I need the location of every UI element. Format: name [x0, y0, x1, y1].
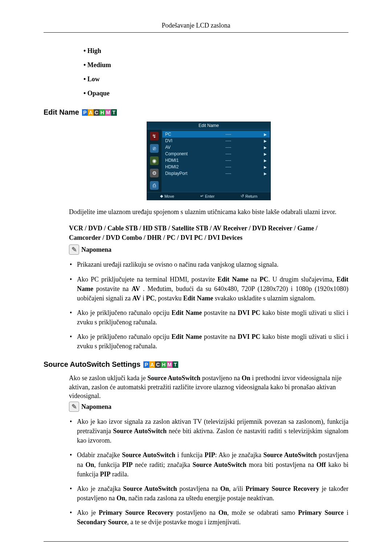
- options-list: High Medium Low Opaque: [69, 47, 348, 97]
- arrow-right-icon: ▶: [264, 139, 267, 143]
- osd-icon-column: ↯ ⎚ ◉ ⚙ ⎙: [147, 130, 162, 192]
- section-title: Edit Name: [44, 108, 79, 116]
- section-edit-name: Edit Name P A C H M T: [44, 108, 348, 116]
- note-item: Ako je značajka Source AutoSwitch postav…: [77, 484, 348, 503]
- note-icon: ✎: [69, 402, 79, 412]
- osd-row-label: HDMI1: [165, 158, 201, 163]
- osd-icon-1-icon: ↯: [150, 132, 159, 140]
- badge-p-icon: P: [82, 109, 88, 116]
- badge-h-icon: H: [99, 109, 105, 116]
- notes-list-1: Prikazani uređaji razlikuju se ovisno o …: [69, 260, 348, 351]
- osd-icon-5-icon: ⎙: [150, 181, 159, 190]
- note-item: Ako je priključeno računalo opciju Edit …: [77, 308, 348, 327]
- osd-list: PC----▶ DVI----▶ AV----▶ Component----▶ …: [162, 130, 270, 192]
- osd-icon-2-icon: ⎚: [150, 144, 159, 153]
- badge-m-icon: M: [105, 109, 111, 116]
- divider-bottom: [44, 541, 348, 542]
- note-item: Odabir značajke Source AutoSwitch i funk…: [77, 450, 348, 479]
- osd-row: HDMI2----▶: [164, 164, 268, 170]
- osd-row-label: Component: [165, 151, 201, 156]
- osd-foot-move-label: Move: [164, 194, 174, 198]
- note-item: Ako je kao izvor signala za zaslon aktiv…: [77, 417, 348, 445]
- badge-m-icon: M: [167, 361, 172, 368]
- pachmt-badge: P A C H M T: [82, 109, 117, 116]
- page-header: Podešavanje LCD zaslona: [44, 22, 348, 29]
- osd-row-label: DisplayPort: [165, 171, 201, 176]
- osd-row-value: ----: [225, 145, 240, 150]
- osd-foot-return: ↺ Return: [241, 194, 257, 198]
- osd-foot-enter-label: Enter: [205, 194, 215, 198]
- osd-title: Edit Name: [147, 122, 270, 130]
- osd-row-value: ----: [225, 138, 240, 143]
- option-medium: Medium: [83, 61, 348, 69]
- arrow-right-icon: ▶: [264, 165, 267, 169]
- osd-row: HDMI1----▶: [164, 157, 268, 164]
- arrow-right-icon: ▶: [264, 145, 267, 149]
- note-item: Ako PC priključujete na terminal HDMI, p…: [77, 275, 348, 303]
- osd-row-value: ----: [225, 132, 240, 137]
- option-low: Low: [83, 75, 348, 83]
- osd-screenshot: Edit Name ↯ ⎚ ◉ ⚙ ⎙ PC----▶ DVI----▶ AV-…: [147, 122, 271, 200]
- badge-p-icon: P: [143, 361, 149, 368]
- osd-icon-3-icon: ◉: [150, 156, 159, 165]
- badge-c-icon: C: [155, 361, 161, 368]
- note-heading-1: ✎ Napomena: [69, 245, 348, 255]
- osd-row: Component----▶: [164, 151, 268, 157]
- osd-row-label: AV: [165, 145, 201, 150]
- osd-foot-move: ◆ Move: [160, 194, 174, 198]
- pachmt-badge: P A C H M T: [143, 361, 178, 368]
- note-item: Ako je Primary Source Recovery postavlje…: [77, 508, 348, 527]
- arrow-right-icon: ▶: [264, 152, 267, 156]
- badge-c-icon: C: [94, 109, 99, 116]
- paragraph-sas: Ako se zaslon uključi kada je Source Aut…: [69, 374, 348, 400]
- arrow-right-icon: ▶: [264, 172, 267, 176]
- osd-foot-enter: ↵ Enter: [200, 194, 215, 198]
- device-list-bold: VCR / DVD / Cable STB / HD STB / Satelli…: [69, 223, 348, 242]
- section-source-autoswitch: Source AutoSwitch Settings P A C H M T: [44, 360, 348, 369]
- arrow-right-icon: ▶: [264, 159, 267, 163]
- osd-row-value: ----: [225, 151, 240, 156]
- option-opaque: Opaque: [83, 90, 348, 97]
- osd-icon-4-icon: ⚙: [150, 169, 159, 177]
- osd-row: DVI----▶: [164, 138, 268, 144]
- osd-row: PC----▶: [162, 131, 270, 138]
- notes-list-2: Ako je kao izvor signala za zaslon aktiv…: [69, 417, 348, 527]
- note-heading-2: ✎ Napomena: [69, 402, 348, 412]
- osd-row-value: ----: [225, 158, 240, 163]
- osd-row-value: ----: [225, 171, 240, 176]
- option-high: High: [83, 47, 348, 55]
- badge-a-icon: A: [88, 109, 94, 116]
- osd-row: AV----▶: [164, 144, 268, 151]
- section-title: Source AutoSwitch Settings: [44, 360, 140, 369]
- osd-row: DisplayPort----▶: [164, 170, 268, 177]
- osd-foot-return-label: Return: [245, 194, 257, 198]
- note-item: Ako je priključeno računalo opciju Edit …: [77, 332, 348, 351]
- note-icon: ✎: [69, 245, 79, 255]
- note-label: Napomena: [81, 246, 111, 254]
- note-item: Prikazani uređaji razlikuju se ovisno o …: [77, 260, 348, 269]
- osd-row-label: HDMI2: [165, 164, 201, 169]
- paragraph-intro: Dodijelite ime ulaznom uređaju spojenom …: [69, 208, 348, 216]
- osd-row-value: ----: [225, 164, 240, 169]
- badge-a-icon: A: [149, 361, 155, 368]
- divider-top: [44, 32, 348, 33]
- badge-t-icon: T: [172, 361, 178, 368]
- badge-h-icon: H: [161, 361, 167, 368]
- osd-footer: ◆ Move ↵ Enter ↺ Return: [147, 192, 270, 200]
- osd-row-label: DVI: [165, 138, 201, 143]
- osd-row-label: PC: [165, 132, 201, 137]
- badge-t-icon: T: [111, 109, 117, 116]
- arrow-right-icon: ▶: [264, 132, 267, 136]
- note-label: Napomena: [81, 403, 111, 411]
